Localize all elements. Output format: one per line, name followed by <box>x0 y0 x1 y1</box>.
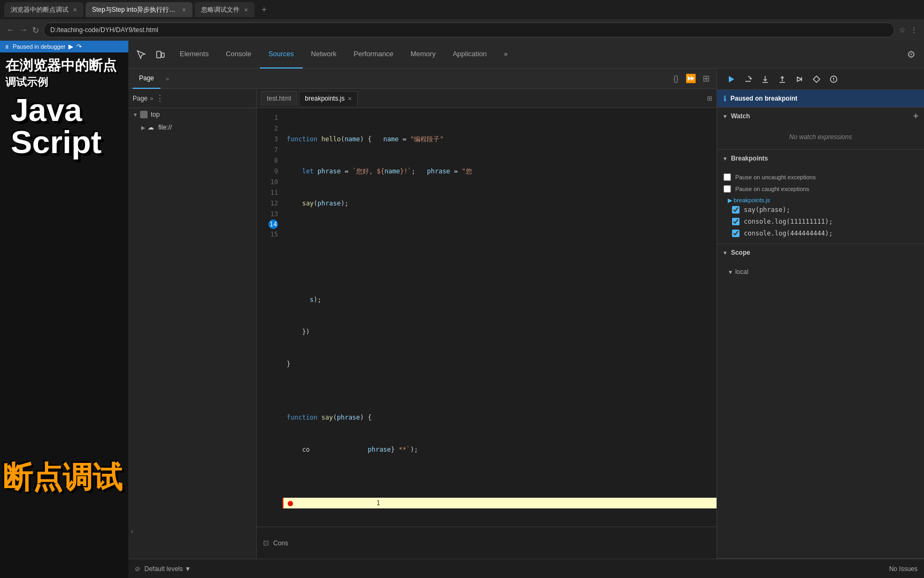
tab-console[interactable]: Console <box>217 41 260 69</box>
sources-page-tab[interactable]: Page <box>133 69 160 89</box>
tab-memory[interactable]: Memory <box>402 41 444 69</box>
devtools-tabs: Elements Console Sources Network Perform… <box>171 41 900 69</box>
tab3-close[interactable]: ✕ <box>244 7 248 13</box>
console-label: Cons <box>273 539 288 547</box>
code-tab-breakpointsjs[interactable]: breakpoints.js ✕ <box>299 91 358 106</box>
devtools-content: Page » {} ⏩ ⊞ Page » <box>128 69 924 559</box>
breakpoints-section-header[interactable]: ▼ Breakpoints <box>717 150 924 167</box>
bp-1-label: console.log(111111111); <box>744 218 833 225</box>
settings-icon[interactable]: ⋮ <box>910 26 918 34</box>
code-editor-icons: ⊞ <box>707 95 712 102</box>
reload-button[interactable]: ↻ <box>32 25 39 35</box>
sources-more-tab[interactable]: » <box>163 75 172 82</box>
new-tab-button[interactable]: + <box>257 2 272 17</box>
tab-bar: 浏览器中的断点调试 ✕ Step与Step into异步执行行的区别 ✕ 忽略调… <box>0 0 924 19</box>
watch-title: Watch <box>731 112 750 120</box>
sources-split: Page » ⋮ ▼ top ▶ ☁ <box>128 89 717 559</box>
bp-2-checkbox[interactable] <box>732 230 740 237</box>
devtools-settings-btn[interactable]: ⚙ <box>903 46 920 63</box>
watch-chevron: ▼ <box>722 113 728 119</box>
console-filter-icon: ⊘ <box>135 565 140 573</box>
code-editor: test.html breakpoints.js ✕ ⊞ <box>257 89 717 559</box>
browser-tab-3[interactable]: 忽略调试文件 ✕ <box>195 2 255 17</box>
bp-filename: breakpoints.js <box>734 197 770 203</box>
format-btn[interactable]: {} <box>669 72 682 85</box>
line-3: say(phrase); <box>282 198 717 209</box>
tab-more[interactable]: » <box>495 41 516 69</box>
bp-0-checkbox[interactable] <box>732 206 740 214</box>
tab-network[interactable]: Network <box>303 41 345 69</box>
breakpoints-section: ▼ Breakpoints Pause on uncaught exceptio… <box>717 150 924 244</box>
bookmark-icon[interactable]: ☆ <box>899 26 906 34</box>
top-chevron: ▼ <box>133 112 138 118</box>
code-tab-testhtml[interactable]: test.html <box>261 91 297 106</box>
tab1-close[interactable]: ✕ <box>73 7 77 13</box>
page-more-btn[interactable]: » <box>150 95 153 102</box>
svg-rect-1 <box>161 53 164 57</box>
main-layout: ⏸ Paused in debugger ▶ ↷ 在浏览器中的断点 调试示例 J… <box>0 41 924 578</box>
collapse-arrow[interactable]: › <box>131 528 133 535</box>
browser-tab-2[interactable]: Step与Step into异步执行行的区别 ✕ <box>86 2 192 17</box>
bp-item-2: console.log(444444444); <box>732 227 918 239</box>
step-out-btn[interactable] <box>775 72 790 87</box>
step-over-btn[interactable] <box>741 72 756 87</box>
bp-caught-checkbox[interactable] <box>723 185 731 193</box>
tree-item-top[interactable]: ▼ top <box>128 108 256 121</box>
step-btn[interactable] <box>792 72 807 87</box>
bp-file-chevron: ▶ <box>728 197 734 203</box>
step-icon-small[interactable]: ↷ <box>76 43 82 50</box>
console-icon: ⊡ <box>263 539 269 547</box>
tab-elements[interactable]: Elements <box>171 41 217 69</box>
tab-performance[interactable]: Performance <box>345 41 402 69</box>
deactivate-btn[interactable] <box>809 72 824 87</box>
code-area[interactable]: function hello(name) { name = "编程段子" let… <box>282 108 717 527</box>
debugger-controls <box>717 69 924 90</box>
breakpointsjs-close[interactable]: ✕ <box>348 96 352 102</box>
watch-section-header[interactable]: ▼ Watch + <box>717 108 924 125</box>
default-levels-btn[interactable]: Default levels ▼ <box>144 565 191 573</box>
browser-tab-1[interactable]: 浏览器中的断点调试 ✕ <box>4 2 83 17</box>
tree-item-file[interactable]: ▶ ☁ file:// <box>128 121 256 134</box>
address-bar-icons: ☆ ⋮ <box>899 26 918 34</box>
split-editor-btn[interactable]: ⊞ <box>707 95 712 102</box>
line-12: co phrase} **`); <box>282 444 717 455</box>
scope-content: ▼ local <box>717 261 924 283</box>
paused-banner: ⏸ Paused in debugger ▶ ↷ <box>0 41 128 52</box>
tab-sources[interactable]: Sources <box>260 41 303 69</box>
select-element-btn[interactable] <box>133 46 150 63</box>
scope-chevron: ▼ <box>722 250 728 256</box>
pause-exception-btn[interactable] <box>826 72 841 87</box>
tab-application[interactable]: Application <box>444 41 496 69</box>
bp-uncaught-checkbox[interactable] <box>723 173 731 181</box>
scope-local-item[interactable]: ▼ local <box>723 265 918 278</box>
back-button[interactable]: ← <box>6 25 15 35</box>
tab2-close[interactable]: ✕ <box>182 7 186 13</box>
bp-file-label: ▶ breakpoints.js <box>728 197 918 204</box>
line-9: } <box>282 359 717 369</box>
resume-btn[interactable] <box>723 72 738 87</box>
breakpoint-dot <box>288 501 293 506</box>
file-tree: Page » ⋮ ▼ top ▶ ☁ <box>128 89 257 559</box>
devtools-toolbar: Elements Console Sources Network Perform… <box>128 41 924 69</box>
scope-section: ▼ Scope ▼ local <box>717 244 924 559</box>
device-toolbar-btn[interactable] <box>152 46 169 63</box>
address-bar: ← → ↻ ☆ ⋮ <box>0 19 924 41</box>
watch-add-btn[interactable]: + <box>913 111 919 122</box>
file-tree-kebab-btn[interactable]: ⋮ <box>153 92 166 105</box>
paused-text: Paused on breakpoint <box>730 95 797 102</box>
bp-caught: Pause on caught exceptions <box>723 183 918 195</box>
sync-btn[interactable]: ⏩ <box>684 72 697 85</box>
scope-section-header[interactable]: ▼ Scope <box>717 244 924 261</box>
top-folder-icon <box>140 111 148 118</box>
bp-item-1: console.log(111111111); <box>732 216 918 227</box>
resume-icon-small[interactable]: ▶ <box>68 43 73 50</box>
paused-icon: ⏸ <box>4 44 10 50</box>
bp-1-checkbox[interactable] <box>732 218 740 225</box>
sidebar-toggle[interactable]: ⊞ <box>699 72 712 85</box>
forward-button[interactable]: → <box>19 25 28 35</box>
tab2-label: Step与Step into异步执行行的区别 <box>92 5 178 14</box>
address-input[interactable] <box>43 22 895 37</box>
tab3-label: 忽略调试文件 <box>201 5 240 14</box>
step-into-btn[interactable] <box>758 72 773 87</box>
bp-uncaught-label: Pause on uncaught exceptions <box>735 174 815 180</box>
